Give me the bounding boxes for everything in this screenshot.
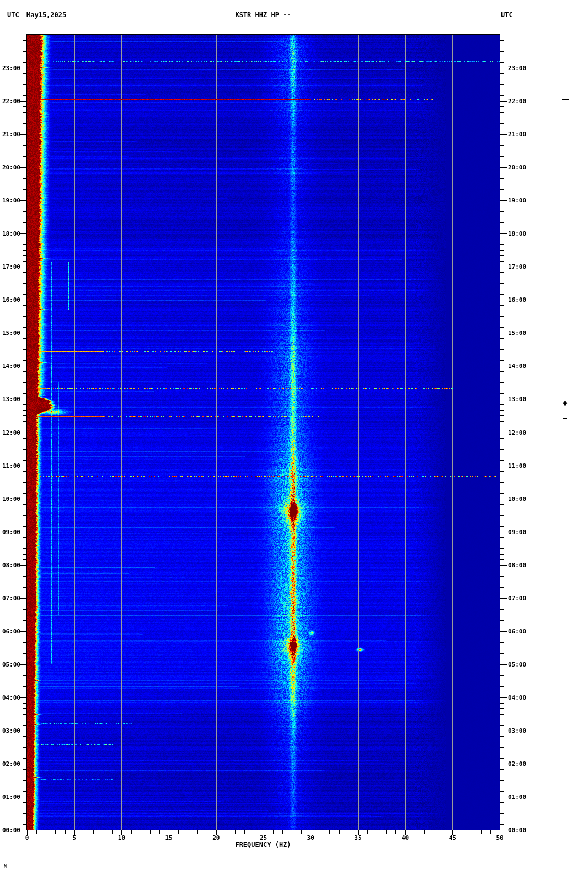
y-tick-label-right: 03:00	[508, 727, 526, 733]
x-tick-label: 0	[25, 835, 29, 841]
y-tick-label-left: 20:00	[2, 164, 20, 170]
station-title: KSTR HHZ HP --	[235, 11, 291, 19]
y-tick-label-left: 11:00	[2, 462, 20, 468]
y-tick-label-right: 04:00	[508, 694, 526, 700]
y-tick-label-right: 06:00	[508, 628, 526, 634]
y-tick-label-left: 14:00	[2, 363, 20, 369]
y-tick-label-right: 13:00	[508, 396, 526, 402]
y-tick-label-right: 09:00	[508, 529, 526, 535]
x-tick-label: 5	[72, 835, 76, 841]
y-tick-label-left: 05:00	[2, 661, 20, 667]
utc-label-right: UTC	[501, 11, 513, 19]
y-tick-label-right: 16:00	[508, 297, 526, 303]
y-tick-label-left: 06:00	[2, 628, 20, 634]
y-tick-label-right: 22:00	[508, 98, 526, 104]
y-tick-label-left: 19:00	[2, 198, 20, 204]
y-tick-label-left: 03:00	[2, 727, 20, 733]
date-label: May15,2025	[26, 11, 66, 19]
x-tick-label: 35	[354, 835, 361, 841]
y-tick-label-left: 12:00	[2, 429, 20, 435]
y-tick-label-left: 21:00	[2, 131, 20, 137]
x-tick-label: 20	[212, 835, 220, 841]
corner-glyph: M	[4, 864, 7, 869]
y-tick-label-right: 19:00	[508, 198, 526, 204]
y-tick-label-left: 15:00	[2, 330, 20, 336]
y-tick-label-right: 15:00	[508, 330, 526, 336]
y-tick-label-left: 13:00	[2, 396, 20, 402]
y-tick-label-left: 18:00	[2, 231, 20, 237]
spectrogram-page: UTC May15,2025 KSTR HHZ HP -- UTC 00:000…	[0, 0, 588, 874]
x-tick-label: 30	[307, 835, 314, 841]
y-tick-label-left: 00:00	[2, 827, 20, 833]
x-tick-label: 25	[260, 835, 267, 841]
y-tick-label-right: 18:00	[508, 231, 526, 237]
y-tick-label-right: 23:00	[508, 65, 526, 71]
y-tick-label-left: 09:00	[2, 529, 20, 535]
y-tick-label-right: 01:00	[508, 793, 526, 800]
spectrogram-canvas	[0, 0, 588, 874]
y-tick-label-right: 07:00	[508, 595, 526, 601]
y-tick-label-left: 01:00	[2, 793, 20, 800]
y-tick-label-right: 11:00	[508, 462, 526, 468]
x-tick-label: 40	[402, 835, 409, 841]
y-tick-label-right: 17:00	[508, 264, 526, 270]
x-tick-label: 45	[449, 835, 456, 841]
y-tick-label-left: 07:00	[2, 595, 20, 601]
x-tick-label: 15	[165, 835, 172, 841]
y-tick-label-left: 16:00	[2, 297, 20, 303]
x-tick-label: 50	[496, 835, 503, 841]
y-tick-label-right: 05:00	[508, 661, 526, 667]
y-tick-label-right: 20:00	[508, 164, 526, 170]
utc-label-left: UTC	[7, 11, 19, 19]
y-tick-label-left: 17:00	[2, 264, 20, 270]
y-tick-label-right: 08:00	[508, 562, 526, 568]
y-tick-label-right: 12:00	[508, 429, 526, 435]
y-tick-label-right: 14:00	[508, 363, 526, 369]
y-tick-label-left: 04:00	[2, 694, 20, 700]
y-tick-label-right: 10:00	[508, 495, 526, 502]
y-tick-label-right: 00:00	[508, 827, 526, 833]
y-tick-label-left: 22:00	[2, 98, 20, 104]
y-tick-label-left: 23:00	[2, 65, 20, 71]
y-tick-label-left: 10:00	[2, 495, 20, 502]
y-tick-label-left: 02:00	[2, 760, 20, 766]
frequency-axis-title: FREQUENCY (HZ)	[235, 841, 291, 849]
y-tick-label-right: 02:00	[508, 760, 526, 766]
y-tick-label-left: 08:00	[2, 562, 20, 568]
y-tick-label-right: 21:00	[508, 131, 526, 137]
x-tick-label: 10	[118, 835, 125, 841]
